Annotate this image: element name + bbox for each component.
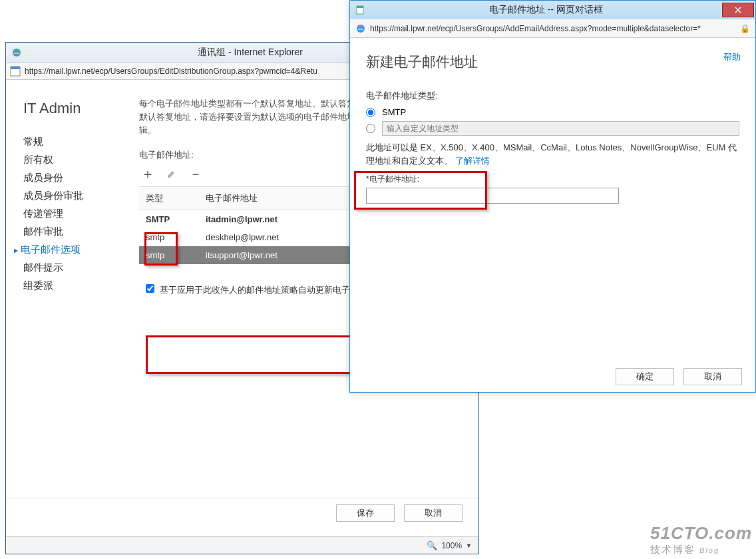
page-icon — [10, 66, 21, 77]
nav-item[interactable]: 邮件提示 — [23, 259, 114, 277]
nav-item[interactable]: 电子邮件选项 — [23, 241, 114, 259]
dialog-footer: 确定 取消 — [616, 368, 742, 385]
cancel-button[interactable]: 取消 — [404, 504, 463, 522]
hint-prefix: 此地址可以是 EX、X.500、X.400、MSMail、CcMail、Lotu… — [366, 142, 737, 166]
add-email-dialog: 电子邮件地址 -- 网页对话框 https://mail.lpwr.net/ec… — [349, 0, 756, 393]
col-type[interactable]: 类型 — [139, 187, 199, 210]
zoom-dropdown-icon[interactable]: ▼ — [466, 542, 472, 549]
nav-item[interactable]: 邮件审批 — [23, 223, 114, 241]
zoom-value: 100% — [441, 541, 462, 550]
ie-icon — [11, 47, 22, 58]
nav-item[interactable]: 成员身份审批 — [23, 187, 114, 205]
nav-item[interactable]: 成员身份 — [23, 169, 114, 187]
dialog-titlebar: 电子邮件地址 -- 网页对话框 — [350, 1, 755, 19]
close-icon — [735, 7, 741, 13]
cell-type: SMTP — [139, 210, 199, 229]
zoom-icon[interactable]: 🔍 — [427, 540, 437, 550]
status-bar: 🔍 100% ▼ — [6, 536, 478, 554]
dialog-cancel-button[interactable]: 取消 — [683, 368, 742, 385]
edit-icon[interactable] — [166, 168, 178, 180]
nav-item[interactable]: 所有权 — [23, 151, 114, 169]
dialog-footer: 保存 取消 — [6, 498, 478, 527]
radio-custom[interactable] — [366, 124, 375, 133]
save-button[interactable]: 保存 — [336, 504, 395, 522]
dialog-title: 电子邮件地址 -- 网页对话框 — [370, 4, 722, 16]
learn-more-link[interactable]: 了解详情 — [455, 156, 490, 166]
radio-smtp-label: SMTP — [382, 107, 406, 117]
dialog-address-bar: https://mail.lpwr.net/ecp/UsersGroups/Ad… — [350, 19, 755, 38]
ok-button[interactable]: 确定 — [616, 368, 674, 385]
dialog-url: https://mail.lpwr.net/ecp/UsersGroups/Ad… — [370, 24, 701, 33]
svg-rect-2 — [11, 67, 20, 69]
remove-icon[interactable]: － — [190, 168, 202, 180]
ie-icon — [355, 23, 366, 34]
lock-icon: 🔒 — [740, 24, 750, 33]
doc-icon — [355, 5, 365, 15]
type-label: 电子邮件地址类型: — [366, 90, 739, 102]
nav-item[interactable]: 传递管理 — [23, 205, 114, 223]
cell-type: smtp — [139, 246, 199, 264]
nav-item[interactable]: 组委派 — [23, 277, 114, 295]
watermark-small: 技术博客Blog — [650, 544, 752, 556]
radio-custom-row — [366, 121, 739, 136]
watermark-big: 51CTO.com — [650, 523, 752, 544]
hint-text: 此地址可以是 EX、X.500、X.400、MSMail、CcMail、Lotu… — [366, 141, 739, 167]
nav-item[interactable]: 常规 — [23, 133, 114, 151]
email-label: *电子邮件地址: — [366, 174, 739, 185]
url-text: https://mail.lpwr.net/ecp/UsersGroups/Ed… — [25, 67, 317, 76]
cell-type: smtp — [139, 228, 199, 246]
help-link[interactable]: 帮助 — [723, 51, 741, 63]
dialog-body: 帮助 新建电子邮件地址 电子邮件地址类型: SMTP 此地址可以是 EX、X.5… — [350, 38, 755, 359]
radio-smtp[interactable] — [366, 108, 375, 117]
close-button[interactable] — [722, 3, 754, 17]
radio-smtp-row: SMTP — [366, 107, 739, 117]
custom-type-input[interactable] — [382, 121, 739, 136]
group-title: IT Admin — [23, 100, 114, 117]
watermark: 51CTO.com 技术博客Blog — [650, 523, 752, 556]
svg-rect-4 — [357, 6, 363, 8]
auto-update-checkbox[interactable] — [146, 284, 154, 293]
dialog-heading: 新建电子邮件地址 — [366, 53, 739, 71]
sidebar: IT Admin 常规所有权成员身份成员身份审批传递管理邮件审批电子邮件选项邮件… — [6, 80, 126, 527]
add-icon[interactable]: ＋ — [142, 168, 154, 180]
email-input[interactable] — [366, 188, 619, 204]
